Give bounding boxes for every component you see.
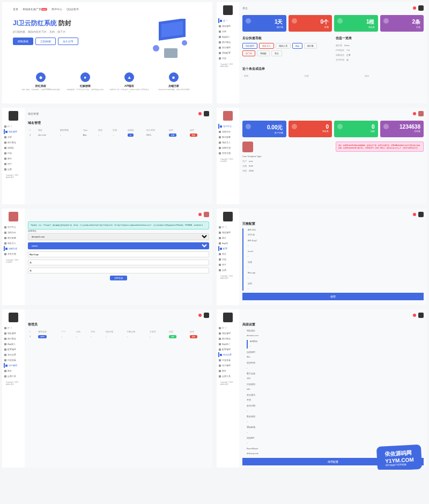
mini-avatar[interactable] xyxy=(418,111,424,116)
view-button[interactable]: 查看 xyxy=(169,134,176,137)
sidebar-item[interactable]: 财务 xyxy=(218,368,238,373)
avatar[interactable] xyxy=(223,111,233,121)
sidebar-share[interactable]: 我的分出 xyxy=(218,129,238,134)
btn-control[interactable]: 控制系统 xyxy=(13,38,33,45)
avatar[interactable] xyxy=(223,313,233,322)
save-button[interactable]: 保存 xyxy=(242,293,424,300)
sidebar-item[interactable]: 控《 xyxy=(4,325,23,330)
sidebar-user[interactable]: 用户 xyxy=(4,161,23,166)
avatar[interactable] xyxy=(9,313,18,322)
advise-select[interactable]: advise xyxy=(28,242,209,249)
domain-select[interactable]: domain1.com xyxy=(28,233,209,240)
nav-promo[interactable]: 单独美化推广页new xyxy=(23,8,47,11)
sidebar-domain-in[interactable]: 域名录入 xyxy=(218,140,238,145)
sidebar-share[interactable]: 我的分出 xyxy=(4,230,23,235)
url-input[interactable] xyxy=(28,251,209,257)
sidebar-item[interactable]: 控《 xyxy=(218,225,238,229)
sidebar-user-center[interactable]: 用户中心 xyxy=(4,225,23,229)
sidebar-overview[interactable]: 控《 xyxy=(4,124,23,129)
sidebar-domain[interactable]: 域名管理 xyxy=(218,24,238,28)
sidebar-security[interactable]: 安全管理 xyxy=(218,45,238,50)
bell-icon[interactable] xyxy=(198,213,202,216)
sidebar-item[interactable]: 域名管理 xyxy=(218,331,238,336)
nav-home[interactable]: 首页 xyxy=(13,8,18,11)
sidebar-domain[interactable]: 域名管理 xyxy=(4,129,23,134)
sidebar-config[interactable]: 系统配置 xyxy=(218,50,238,55)
sidebar-item[interactable]: App接入 xyxy=(218,342,238,346)
sidebar-item[interactable]: 控《 xyxy=(218,325,238,330)
qk-8[interactable]: 安全 xyxy=(271,50,282,56)
nav-user[interactable]: 用户中心 xyxy=(51,8,62,11)
sidebar-logs[interactable]: 日志 xyxy=(218,56,238,61)
sidebar-domain-in[interactable]: 域名录入 xyxy=(4,241,23,246)
bell-icon[interactable] xyxy=(413,112,416,115)
qk-3[interactable]: 增加人员 xyxy=(276,43,291,49)
sidebar-item[interactable]: App加 xyxy=(218,241,238,246)
generate-button[interactable]: 立即生成 xyxy=(110,276,127,280)
mini-avatar[interactable] xyxy=(204,313,209,318)
sidebar-item[interactable]: 用户管理 xyxy=(218,363,238,368)
delete-button[interactable]: 删除 xyxy=(190,134,197,137)
sidebar-item[interactable]: 配置管理 xyxy=(218,347,238,352)
sidebar-analysis[interactable]: 分析 xyxy=(218,29,238,34)
sidebar-item[interactable]: 配置管理 xyxy=(4,347,23,352)
sidebar-item[interactable]: 日志 xyxy=(218,257,238,262)
sidebar-stats[interactable]: 统计数据 xyxy=(4,140,23,145)
mini-avatar[interactable] xyxy=(418,313,424,318)
sidebar-users[interactable]: 用户管理 xyxy=(4,363,23,368)
edit-button[interactable]: 编辑 xyxy=(169,335,176,338)
sidebar-shortlink[interactable]: 短链生成 xyxy=(218,145,238,150)
qk-5[interactable]: 统计数 xyxy=(304,43,317,49)
sidebar-item[interactable]: 域名管理 xyxy=(4,331,23,336)
avatar[interactable] xyxy=(9,212,18,221)
avatar[interactable] xyxy=(223,5,233,15)
avatar[interactable] xyxy=(9,111,18,121)
mini-avatar[interactable] xyxy=(418,212,424,217)
mini-avatar[interactable] xyxy=(204,111,209,116)
qk-2[interactable]: 域名录入 xyxy=(259,43,274,49)
sidebar-item[interactable]: 运营 xyxy=(218,268,238,272)
sidebar-item[interactable]: 安全 xyxy=(218,251,238,256)
sidebar-item[interactable]: App接入 xyxy=(4,342,23,346)
opt1-input[interactable] xyxy=(28,260,209,265)
sidebar-item[interactable]: 日志查看 xyxy=(218,358,238,362)
qk-4[interactable]: App xyxy=(292,43,302,49)
sidebar-item[interactable]: 运营工具 xyxy=(218,374,238,379)
mini-avatar[interactable] xyxy=(204,212,209,217)
qk-7[interactable]: 系统配 xyxy=(257,50,270,56)
qk-1[interactable]: 域名管理 xyxy=(242,43,257,49)
sidebar-stats[interactable]: 统计数据 xyxy=(218,40,238,45)
avatar[interactable] xyxy=(223,212,233,221)
sidebar-item[interactable]: 用户 xyxy=(218,262,238,267)
sidebar-item[interactable]: 统计数据 xyxy=(218,336,238,341)
sidebar-app[interactable]: App接入 xyxy=(218,34,238,39)
sidebar-shortlink[interactable]: 短链生成 xyxy=(4,246,23,251)
sidebar-config[interactable]: 配置 xyxy=(218,246,238,251)
bell-icon[interactable] xyxy=(413,314,416,317)
bell-icon[interactable] xyxy=(198,314,202,317)
sidebar-docs[interactable]: 开发文档 xyxy=(4,251,23,256)
bell-icon[interactable] xyxy=(413,213,416,216)
sidebar-overview[interactable]: 总《 xyxy=(218,18,238,23)
sidebar-analysis[interactable]: 分析 xyxy=(4,135,23,139)
nav-qq[interactable]: QQ会客号 xyxy=(66,8,79,11)
sidebar-ops[interactable]: 运营 xyxy=(4,167,23,172)
bell-icon[interactable] xyxy=(198,112,202,115)
sidebar-user-center[interactable]: 用户中心 xyxy=(218,124,238,129)
sidebar-buy[interactable]: 购买 xyxy=(4,156,23,161)
mini-avatar[interactable] xyxy=(418,5,424,11)
sidebar-buy[interactable]: 购买套餐 xyxy=(218,135,238,139)
btn-try[interactable]: 立刻体验 xyxy=(35,38,56,45)
sidebar-item[interactable]: 统计 xyxy=(218,235,238,240)
sidebar-item[interactable]: 运营工具 xyxy=(4,374,23,379)
sidebar-short[interactable]: 短域名 xyxy=(4,145,23,150)
sidebar-docs[interactable]: 开发文档 xyxy=(218,151,238,155)
opt2-input[interactable] xyxy=(28,268,209,273)
sidebar-logs[interactable]: 日志 xyxy=(4,151,23,155)
sidebar-buy[interactable]: 购买套餐 xyxy=(4,235,23,240)
delete-button[interactable]: 删除 xyxy=(190,335,197,338)
sidebar-advanced[interactable]: 安全设置 xyxy=(218,352,238,357)
btn-record[interactable]: 永久记号 xyxy=(58,38,78,45)
table-row[interactable]: 1admin------编辑删除 xyxy=(28,334,209,339)
sidebar-item[interactable]: 统计数据 xyxy=(4,336,23,341)
